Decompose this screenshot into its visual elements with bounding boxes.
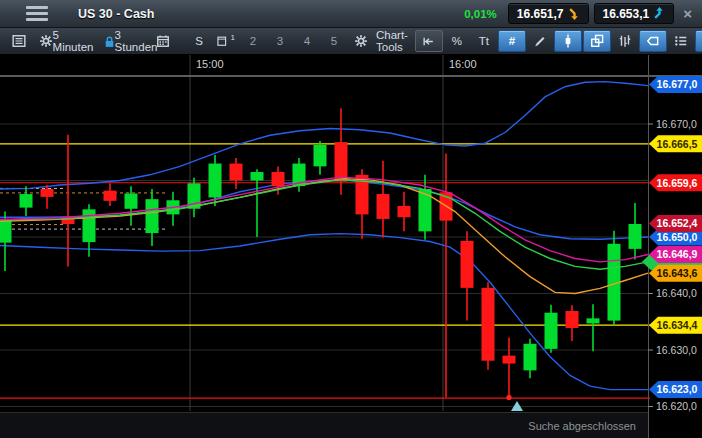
indicator-list-button[interactable] (668, 31, 694, 51)
buy-price: 16.653,1 (603, 7, 650, 21)
layout-page-4-button[interactable]: 4 (294, 31, 320, 51)
candle-body (314, 145, 327, 166)
draw-tool-button[interactable] (527, 31, 553, 51)
menu-button[interactable] (14, 0, 60, 27)
candle-body (566, 311, 579, 328)
percent-icon: % (452, 35, 462, 47)
layout-settings-button[interactable] (348, 31, 374, 51)
hamburger-icon (26, 18, 48, 21)
price-tag-label: 16.677,0 (657, 78, 698, 90)
candle-body (125, 193, 138, 208)
percent-scale-button[interactable]: % (444, 31, 470, 51)
pattern-tool-button[interactable] (612, 31, 638, 51)
bollinger-middle-line (0, 181, 648, 240)
page-number: 2 (250, 35, 256, 47)
candlestick-type-button[interactable] (554, 30, 582, 52)
bollinger-upper-line (0, 82, 648, 189)
candle-body (629, 224, 642, 249)
list-icon (12, 34, 26, 48)
crosshair-icon: # (509, 35, 515, 47)
price-tag-label: 16.650,0 (657, 231, 698, 243)
close-icon[interactable]: × (683, 6, 692, 21)
timeframe-dropdown[interactable]: 5 Minuten (60, 31, 86, 51)
title-bar: US 30 - Cash 0,01% 16.651,7 16.653,1 × (0, 0, 702, 28)
candle-body (41, 189, 54, 197)
hamburger-icon (26, 6, 48, 9)
snapshot-label: S (195, 35, 203, 47)
candle-body (503, 356, 516, 364)
eraser-button[interactable] (639, 30, 667, 52)
candle-body (461, 241, 474, 288)
price-tag-label: 16.646,9 (657, 248, 698, 260)
page-number: 4 (304, 35, 310, 47)
candle-body (251, 172, 264, 180)
page-icon (217, 35, 227, 47)
sell-price-button[interactable]: 16.651,7 (508, 3, 589, 24)
snapshot-button[interactable]: S (186, 31, 212, 51)
candle-body (482, 288, 495, 361)
text-icon: Tt (479, 35, 489, 47)
gear-icon (354, 34, 368, 48)
range-dropdown[interactable]: 3 Stunden (123, 31, 149, 51)
hamburger-icon (26, 12, 48, 15)
time-label: 15:00 (196, 58, 224, 70)
candle-body (209, 164, 222, 198)
chart-area[interactable]: 15:0016:0016.670,016.640,016.630,016.620… (0, 55, 702, 438)
candle-body (272, 172, 285, 186)
sell-price: 16.651,7 (517, 7, 564, 21)
crosshair-tool-button[interactable]: # (498, 30, 526, 52)
page-number: 3 (277, 35, 283, 47)
price-tag-label: 16.652,4 (657, 217, 698, 229)
price-down-arrow-icon (569, 7, 580, 20)
candle-body (83, 209, 96, 242)
toolbar: 5 Minuten 3 Stunden S (0, 28, 702, 55)
candle-body (20, 194, 33, 208)
page-number: 1 (231, 33, 235, 42)
candle-body (545, 313, 558, 349)
change-percent: 0,01% (464, 8, 497, 20)
chart-tools-label: Chart-Tools (376, 29, 408, 53)
candle-body (377, 194, 390, 219)
alert-dot-icon (506, 395, 511, 400)
price-axis-label: 16.630,0 (656, 344, 697, 356)
time-label: 16:00 (449, 58, 477, 70)
compare-button[interactable] (583, 30, 611, 52)
price-tag-label: 16.643,6 (657, 267, 698, 279)
price-axis-label: 16.620,0 (656, 400, 697, 412)
candle-body (0, 220, 12, 243)
layers-lines-icon (674, 34, 688, 48)
ohlc-bars-icon (618, 34, 632, 48)
layout-page-2-button[interactable]: 2 (240, 31, 266, 51)
candlestick-chart[interactable]: 15:0016:0016.670,016.640,016.630,016.620… (0, 55, 702, 438)
price-tag-label: 16.666,5 (657, 138, 698, 150)
pencil-icon (533, 34, 547, 48)
price-tag-label: 16.634,4 (657, 319, 698, 331)
arrow-left-bar-icon (422, 35, 435, 48)
layout-page-1-button[interactable]: 1 (213, 31, 239, 51)
overlapping-windows-icon (590, 34, 604, 48)
calendar-icon (156, 34, 170, 48)
candle-body (398, 206, 411, 217)
edit-indicators-button[interactable] (695, 30, 702, 52)
calendar-button[interactable] (150, 31, 176, 51)
price-tag-label: 16.659,6 (657, 177, 698, 189)
candle-body (335, 142, 348, 182)
layout-page-5-button[interactable]: 5 (321, 31, 347, 51)
page-number: 5 (331, 35, 337, 47)
text-tool-button[interactable]: Tt (471, 31, 497, 51)
price-tag-label: 16.623,0 (657, 383, 698, 395)
timeframe-label: 5 Minuten (53, 29, 94, 53)
layout-page-3-button[interactable]: 3 (267, 31, 293, 51)
price-axis-label: 16.640,0 (656, 287, 697, 299)
candle-body (146, 199, 159, 233)
lock-icon (103, 35, 116, 48)
eraser-icon (646, 34, 660, 48)
price-axis-label: 16.670,0 (656, 118, 697, 130)
watchlist-button[interactable] (6, 31, 32, 51)
instrument-title: US 30 - Cash (78, 7, 154, 21)
candle-body (587, 318, 600, 323)
undo-button[interactable] (415, 30, 443, 52)
candlestick-icon (561, 34, 575, 48)
buy-price-button[interactable]: 16.653,1 (594, 3, 675, 24)
status-message: Suche abgeschlossen (528, 420, 636, 432)
